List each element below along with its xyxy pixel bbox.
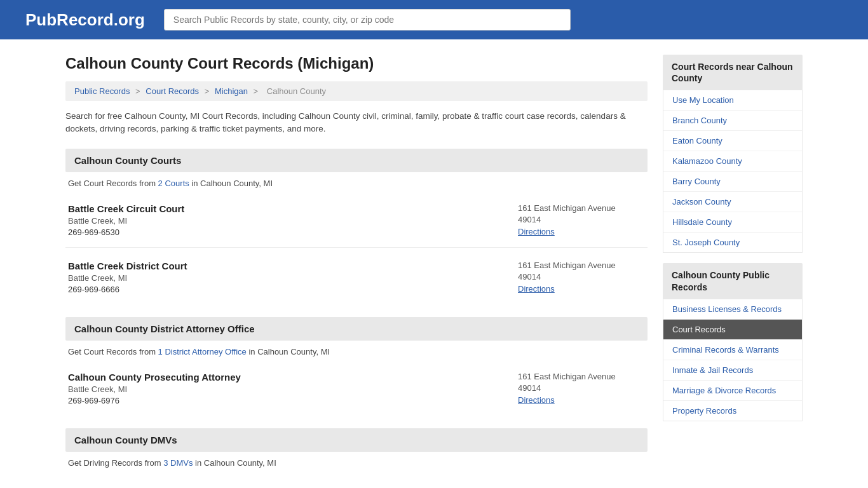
district-attorney-section: Calhoun County District Attorney Office …	[65, 317, 648, 416]
record-left: Battle Creek Circuit Court Battle Creek,…	[68, 203, 184, 237]
directions-link[interactable]: Directions	[518, 227, 555, 236]
page-title: Calhoun County Court Records (Michigan)	[65, 55, 648, 72]
list-item: Eaton County	[663, 131, 802, 151]
site-logo[interactable]: PubRecord.org	[25, 10, 145, 30]
list-item: St. Joseph County	[663, 233, 802, 252]
record-right: 161 East Michigan Avenue 49014 Direction…	[518, 372, 645, 405]
search-container	[164, 9, 571, 30]
nearby-list: Use My Location Branch County Eaton Coun…	[663, 90, 803, 253]
nearby-barry-county[interactable]: Barry County	[663, 172, 802, 192]
breadcrumb-court-records[interactable]: Court Records	[146, 86, 199, 96]
list-item: Criminal Records & Warrants	[663, 340, 802, 360]
pr-property-records[interactable]: Property Records	[663, 401, 802, 421]
record-zip: 49014	[518, 383, 645, 393]
pr-business-licenses[interactable]: Business Licenses & Records	[663, 299, 802, 320]
breadcrumb: Public Records > Court Records > Michiga…	[65, 81, 648, 101]
courts-count-link[interactable]: 2 Courts	[158, 179, 189, 188]
record-zip: 49014	[518, 215, 645, 224]
table-row: Battle Creek District Court Battle Creek…	[65, 254, 648, 304]
list-item: Use My Location	[663, 90, 802, 111]
nearby-use-my-location[interactable]: Use My Location	[663, 90, 802, 111]
nearby-jackson-county[interactable]: Jackson County	[663, 192, 802, 212]
dmvs-section: Calhoun County DMVs Get Driving Records …	[65, 428, 648, 468]
pr-inmate-jail-records[interactable]: Inmate & Jail Records	[663, 360, 802, 381]
list-item: Barry County	[663, 172, 802, 192]
dmvs-section-desc: Get Driving Records from 3 DMVs in Calho…	[65, 458, 648, 468]
record-right: 161 East Michigan Avenue 49014 Direction…	[518, 203, 645, 237]
record-right: 161 East Michigan Avenue 49014 Direction…	[518, 261, 645, 294]
da-count-link[interactable]: 1 District Attorney Office	[158, 347, 247, 356]
courts-section-desc: Get Court Records from 2 Courts in Calho…	[65, 179, 648, 188]
table-row: Battle Creek Circuit Court Battle Creek,…	[65, 197, 648, 248]
nearby-box: Court Records near Calhoun County Use My…	[663, 55, 803, 253]
record-phone: 269-969-6530	[68, 227, 184, 237]
list-item: Marriage & Divorce Records	[663, 381, 802, 401]
list-item: Kalamazoo County	[663, 151, 802, 172]
public-records-box: Calhoun County Public Records Business L…	[663, 263, 803, 421]
nearby-kalamazoo-county[interactable]: Kalamazoo County	[663, 151, 802, 172]
record-address: 161 East Michigan Avenue	[518, 261, 645, 270]
pr-court-records[interactable]: Court Records	[663, 320, 802, 340]
record-name: Calhoun County Prosecuting Attorney	[68, 372, 241, 383]
nearby-branch-county[interactable]: Branch County	[663, 111, 802, 131]
record-address: 161 East Michigan Avenue	[518, 203, 645, 213]
page-description: Search for free Calhoun County, MI Court…	[65, 110, 648, 136]
list-item: Court Records	[663, 320, 802, 340]
list-item: Jackson County	[663, 192, 802, 212]
pr-marriage-divorce[interactable]: Marriage & Divorce Records	[663, 381, 802, 401]
list-item: Inmate & Jail Records	[663, 360, 802, 381]
list-item: Branch County	[663, 111, 802, 131]
record-address: 161 East Michigan Avenue	[518, 372, 645, 381]
record-left: Calhoun County Prosecuting Attorney Batt…	[68, 372, 241, 405]
record-phone: 269-969-6976	[68, 396, 241, 405]
pr-criminal-records[interactable]: Criminal Records & Warrants	[663, 340, 802, 360]
courts-section: Calhoun County Courts Get Court Records …	[65, 149, 648, 304]
main-container: Calhoun County Court Records (Michigan) …	[53, 39, 815, 488]
nearby-hillsdale-county[interactable]: Hillsdale County	[663, 212, 802, 233]
breadcrumb-public-records[interactable]: Public Records	[74, 86, 130, 96]
da-section-desc: Get Court Records from 1 District Attorn…	[65, 347, 648, 356]
public-records-list: Business Licenses & Records Court Record…	[663, 299, 803, 421]
content-area: Calhoun County Court Records (Michigan) …	[65, 55, 648, 480]
directions-link[interactable]: Directions	[518, 284, 555, 294]
site-header: PubRecord.org	[0, 0, 868, 39]
courts-section-header: Calhoun County Courts	[65, 149, 648, 172]
search-input[interactable]	[164, 9, 571, 30]
list-item: Property Records	[663, 401, 802, 421]
record-city: Battle Creek, MI	[68, 384, 241, 394]
nearby-st-joseph-county[interactable]: St. Joseph County	[663, 233, 802, 252]
breadcrumb-michigan[interactable]: Michigan	[215, 86, 248, 96]
record-zip: 49014	[518, 272, 645, 281]
record-phone: 269-969-6666	[68, 285, 187, 294]
nearby-eaton-county[interactable]: Eaton County	[663, 131, 802, 151]
record-left: Battle Creek District Court Battle Creek…	[68, 261, 187, 294]
record-city: Battle Creek, MI	[68, 273, 187, 283]
list-item: Business Licenses & Records	[663, 299, 802, 320]
public-records-box-title: Calhoun County Public Records	[663, 263, 803, 299]
directions-link[interactable]: Directions	[518, 395, 555, 405]
sidebar: Court Records near Calhoun County Use My…	[663, 55, 803, 480]
record-city: Battle Creek, MI	[68, 216, 184, 226]
nearby-box-title: Court Records near Calhoun County	[663, 55, 803, 90]
list-item: Hillsdale County	[663, 212, 802, 233]
dmvs-section-header: Calhoun County DMVs	[65, 428, 648, 452]
record-name: Battle Creek District Court	[68, 261, 187, 271]
da-section-header: Calhoun County District Attorney Office	[65, 317, 648, 341]
dmvs-count-link[interactable]: 3 DMVs	[163, 458, 193, 468]
record-name: Battle Creek Circuit Court	[68, 203, 184, 214]
breadcrumb-county: Calhoun County	[267, 86, 326, 96]
table-row: Calhoun County Prosecuting Attorney Batt…	[65, 365, 648, 416]
